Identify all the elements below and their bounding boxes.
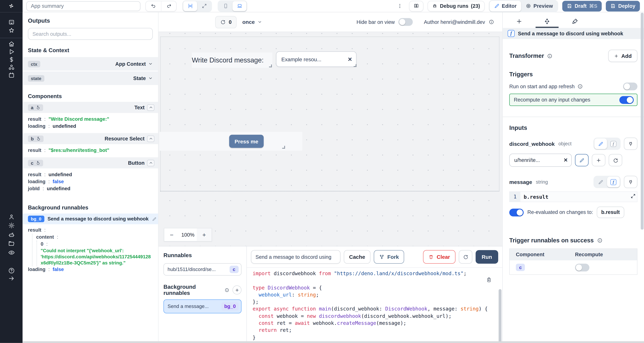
- tab-insert-component[interactable]: [508, 16, 530, 28]
- background-runnables-title: Background runnables: [28, 204, 153, 211]
- sidebar-expand-button[interactable]: [0, 275, 23, 282]
- sidebar-item-help[interactable]: [0, 268, 23, 274]
- fullscreen-button[interactable]: [197, 1, 211, 11]
- clear-button[interactable]: Clear: [423, 250, 455, 264]
- align-button[interactable]: [183, 1, 197, 11]
- collapse-c-button[interactable]: [147, 160, 154, 166]
- clipboard-icon[interactable]: [486, 277, 492, 283]
- mobile-view-button[interactable]: [218, 1, 232, 11]
- row-recompute-toggle[interactable]: [575, 264, 589, 271]
- sidebar-item-home[interactable]: [0, 41, 23, 47]
- connect-input-button[interactable]: [624, 176, 638, 188]
- runnable-name-input[interactable]: [251, 250, 340, 264]
- component-b-header[interactable]: b Resource Select: [23, 133, 158, 144]
- run-on-start-toggle[interactable]: [623, 82, 637, 90]
- recompute-any-toggle[interactable]: [620, 96, 634, 104]
- info-icon[interactable]: [547, 53, 552, 58]
- edit-pencil-icon[interactable]: [152, 216, 156, 221]
- desktop-view-button[interactable]: [232, 1, 246, 11]
- fork-button[interactable]: Fork: [374, 250, 404, 264]
- app-canvas[interactable]: Write Discord message: Example resou... …: [158, 32, 502, 246]
- info-icon[interactable]: [597, 238, 602, 243]
- deploy-button[interactable]: Deploy: [606, 0, 640, 11]
- add-bg-runnable-button[interactable]: +: [233, 286, 242, 294]
- press-me-button[interactable]: Press me: [229, 135, 264, 148]
- debug-runs-button[interactable]: Debug runs (23): [428, 0, 484, 11]
- sidebar-item-users[interactable]: [0, 214, 23, 220]
- resize-handle[interactable]: [269, 64, 272, 68]
- more-menu-button[interactable]: [395, 3, 405, 9]
- resource-select-component[interactable]: Example resou... ×: [276, 51, 356, 67]
- clear-selection-icon[interactable]: ×: [348, 56, 352, 62]
- refresh-mode-dropdown[interactable]: once: [242, 19, 262, 25]
- app-summary-input[interactable]: [26, 1, 140, 11]
- info-icon[interactable]: [225, 288, 229, 292]
- zoom-in-button[interactable]: +: [197, 228, 212, 241]
- sidebar-item-schedules[interactable]: [0, 72, 23, 78]
- ctx-row[interactable]: ctx App Context: [23, 57, 158, 71]
- component-b-type: Resource Select: [105, 136, 144, 142]
- tab-preview[interactable]: Preview: [521, 0, 558, 11]
- tab-editor[interactable]: Editor: [490, 0, 521, 11]
- tab-component-settings[interactable]: [536, 16, 558, 28]
- resize-handle[interactable]: [354, 64, 356, 67]
- state-row[interactable]: state State: [23, 72, 158, 85]
- bg0-row[interactable]: bg_0 Send a message to discord using web…: [23, 214, 158, 224]
- info-icon[interactable]: [578, 84, 583, 89]
- component-c-header[interactable]: c Button: [23, 157, 158, 168]
- sidebar-item-runs[interactable]: [0, 48, 23, 55]
- eval-mode-button[interactable]: f: [607, 177, 620, 188]
- reevaluate-dependency-chip[interactable]: b.result: [597, 206, 624, 218]
- resize-handle[interactable]: [282, 146, 285, 148]
- sidebar-item-variables[interactable]: [0, 56, 23, 63]
- runnable-hub-item[interactable]: hub/1511/discord/se... c: [164, 263, 242, 276]
- eval-mode-button[interactable]: f: [607, 138, 620, 149]
- sidebar-item-favorites[interactable]: [0, 27, 23, 34]
- reevaluate-toggle[interactable]: [509, 208, 524, 216]
- horizontal-scrollbar[interactable]: [23, 341, 644, 343]
- run-on-start-label: Run on start and app refresh: [509, 84, 574, 90]
- redo-button[interactable]: [161, 1, 176, 11]
- info-icon[interactable]: [489, 19, 494, 24]
- sidebar-item-resources[interactable]: [0, 64, 23, 71]
- text-component[interactable]: Write Discord message:: [192, 52, 272, 68]
- tab-styling[interactable]: [564, 16, 586, 28]
- edit-resource-button[interactable]: [575, 154, 588, 166]
- undo-button[interactable]: [146, 1, 161, 11]
- cache-button[interactable]: Cache: [344, 250, 370, 264]
- connect-input-button[interactable]: [624, 138, 638, 150]
- clear-resource-icon[interactable]: ×: [564, 156, 568, 164]
- components-title: Components: [28, 93, 153, 99]
- bg-runnable-item-selected[interactable]: Send a message... bg_0: [164, 299, 242, 313]
- vertical-scrollbar[interactable]: [641, 13, 644, 230]
- static-mode-button[interactable]: [594, 138, 607, 149]
- sidebar-item-folders[interactable]: [0, 240, 23, 247]
- docs-button[interactable]: [409, 0, 423, 11]
- collapse-a-button[interactable]: [147, 104, 154, 110]
- collapse-b-button[interactable]: [147, 135, 154, 142]
- hide-bar-toggle[interactable]: [398, 18, 413, 26]
- sidebar-item-audit[interactable]: [0, 249, 23, 256]
- code-editor[interactable]: import discordwebhook from "https://deno…: [247, 268, 502, 343]
- refresh-count-button[interactable]: 0: [215, 16, 236, 28]
- add-transformer-button[interactable]: Add: [608, 50, 638, 62]
- sidebar-item-settings[interactable]: [0, 222, 23, 229]
- draft-button[interactable]: Draft ⌘S: [562, 0, 602, 11]
- add-resource-button[interactable]: [592, 154, 606, 166]
- component-a-header[interactable]: a Text: [23, 102, 158, 113]
- sidebar-item-workers[interactable]: [0, 232, 23, 238]
- search-outputs-input[interactable]: [28, 28, 153, 40]
- refresh-code-button[interactable]: [459, 250, 472, 264]
- expand-editor-button[interactable]: [630, 194, 636, 199]
- discord-webhook-resource-input[interactable]: u/henri/te... ×: [509, 154, 572, 167]
- message-expression-editor[interactable]: 1 b.result: [509, 192, 638, 202]
- zoom-out-button[interactable]: −: [164, 228, 179, 241]
- run-button[interactable]: Run: [476, 250, 498, 264]
- windmill-logo[interactable]: [0, 0, 23, 12]
- a-loading-value: undefined: [52, 123, 76, 130]
- static-mode-button[interactable]: [594, 177, 607, 188]
- component-b-badge: b: [28, 135, 44, 142]
- sidebar-item-apps[interactable]: [0, 19, 23, 26]
- code-scrollbar[interactable]: [499, 289, 502, 343]
- reload-resource-button[interactable]: [609, 154, 622, 166]
